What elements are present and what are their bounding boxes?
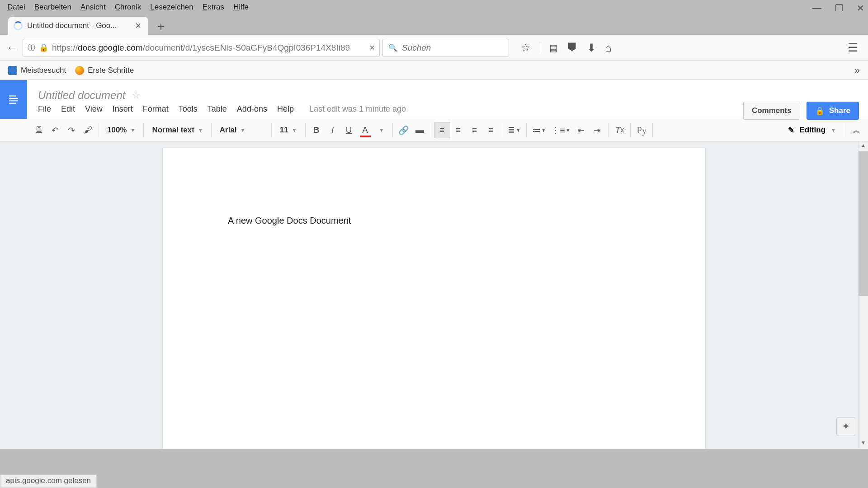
menu-insert[interactable]: Insert — [113, 104, 133, 114]
input-tools-icon[interactable]: Py — [633, 122, 650, 138]
align-right-icon[interactable]: ≡ — [467, 122, 483, 138]
separator — [845, 123, 845, 137]
menu-format[interactable]: Format — [143, 104, 169, 114]
bulleted-list-icon[interactable]: ⋮≡▼ — [548, 122, 573, 138]
comments-button[interactable]: Comments — [743, 102, 800, 120]
star-icon[interactable]: ☆ — [132, 89, 141, 101]
menu-view[interactable]: View — [85, 104, 103, 114]
window-controls: — ❐ ✕ — [812, 3, 864, 14]
clear-formatting-icon[interactable]: Tx — [611, 122, 627, 138]
editing-label: Editing — [800, 126, 826, 135]
share-button[interactable]: 🔒 Share — [807, 102, 859, 120]
library-icon[interactable]: ▤ — [549, 42, 558, 53]
os-menu-bearbeiten[interactable]: Bearbeiten — [30, 1, 76, 14]
os-menu-chronik[interactable]: Chronik — [110, 1, 146, 14]
menu-edit[interactable]: Edit — [61, 104, 75, 114]
line-spacing-icon[interactable]: ≣▼ — [505, 122, 524, 138]
separator — [652, 123, 653, 137]
paragraph-style-selector[interactable]: Normal text▼ — [146, 126, 208, 135]
info-icon[interactable]: ⓘ — [28, 42, 35, 53]
os-menu-lesezeichen[interactable]: Lesezeichen — [146, 1, 198, 14]
menu-tools[interactable]: Tools — [179, 104, 198, 114]
vertical-scrollbar[interactable]: ▴ ▾ — [858, 141, 868, 449]
insert-link-icon[interactable]: 🔗 — [396, 122, 412, 138]
bookmark-meistbesucht[interactable]: Meistbesucht — [4, 64, 71, 77]
print-icon[interactable]: 🖶 — [31, 122, 47, 138]
close-window-icon[interactable]: ✕ — [857, 3, 864, 14]
editing-mode-selector[interactable]: ✎ Editing ▼ — [782, 126, 843, 135]
docs-toolbar: 🖶 ↶ ↷ 🖌 100%▼ Normal text▼ Arial▼ 11▼ B … — [0, 119, 868, 141]
scroll-track[interactable] — [859, 151, 868, 439]
bookmarks-bar: Meistbesucht Erste Schritte » — [0, 61, 868, 80]
url-bar[interactable]: ⓘ 🔒 https://docs.google.com/document/d/1… — [23, 39, 380, 57]
bookmark-star-icon[interactable]: ☆ — [521, 42, 531, 54]
scroll-thumb[interactable] — [859, 151, 868, 296]
separator — [540, 42, 540, 54]
pencil-icon: ✎ — [788, 126, 794, 135]
align-justify-icon[interactable]: ≡ — [483, 122, 499, 138]
decrease-indent-icon[interactable]: ⇤ — [573, 122, 589, 138]
tab-close-icon[interactable]: × — [133, 20, 143, 32]
home-icon[interactable]: ⌂ — [605, 42, 612, 54]
url-path: /document/d/1yscsENls-S0aGFyB4QgpI036P14… — [143, 43, 350, 52]
increase-indent-icon[interactable]: ⇥ — [589, 122, 605, 138]
browser-menu-icon[interactable]: ☰ — [842, 41, 863, 55]
font-size-selector[interactable]: 11▼ — [274, 126, 302, 135]
browser-tab[interactable]: Untitled document - Goo... × — [8, 17, 148, 35]
menu-file[interactable]: File — [38, 104, 51, 114]
separator — [526, 123, 527, 137]
search-input[interactable] — [402, 43, 503, 53]
document-page[interactable]: A new Google Docs Document — [163, 148, 705, 449]
google-docs-app: Untitled document ☆ File Edit View Inser… — [0, 80, 868, 449]
pocket-icon[interactable]: ⛊ — [567, 42, 578, 54]
text-color-caret[interactable]: ▼ — [373, 122, 390, 138]
paint-format-icon[interactable]: 🖌 — [80, 122, 96, 138]
clear-url-icon[interactable]: × — [369, 42, 375, 53]
explore-button[interactable]: ✦ — [836, 417, 855, 436]
menu-addons[interactable]: Add-ons — [237, 104, 267, 114]
zoom-selector[interactable]: 100%▼ — [102, 126, 141, 135]
font-selector[interactable]: Arial▼ — [214, 126, 269, 135]
os-menu-ansicht[interactable]: Ansicht — [76, 1, 110, 14]
underline-icon[interactable]: U — [341, 122, 357, 138]
separator — [143, 123, 144, 137]
document-title[interactable]: Untitled document — [38, 89, 125, 102]
undo-icon[interactable]: ↶ — [47, 122, 63, 138]
browser-search-box[interactable]: 🔍 — [382, 39, 509, 57]
insert-comment-icon[interactable]: ▬ — [412, 122, 428, 138]
docs-logo[interactable] — [0, 80, 27, 119]
bold-icon[interactable]: B — [308, 122, 325, 138]
nav-icon-group: ☆ ▤ ⛊ ⬇ ⌂ — [521, 42, 612, 54]
loading-spinner-icon — [14, 21, 23, 30]
separator — [431, 123, 431, 137]
align-center-icon[interactable]: ≡ — [450, 122, 467, 138]
scroll-up-icon[interactable]: ▴ — [859, 141, 868, 151]
url-text: https://docs.google.com/document/d/1yscs… — [52, 43, 366, 53]
zoom-value: 100% — [107, 126, 127, 135]
maximize-icon[interactable]: ❐ — [835, 3, 843, 14]
menu-help[interactable]: Help — [277, 104, 294, 114]
bookmark-icon — [8, 66, 17, 75]
style-value: Normal text — [152, 126, 194, 135]
bookmark-erste-schritte[interactable]: Erste Schritte — [71, 64, 138, 77]
back-button[interactable]: ← — [5, 40, 20, 56]
os-menu-hilfe[interactable]: Hilfe — [229, 1, 253, 14]
scroll-down-icon[interactable]: ▾ — [859, 439, 868, 449]
minimize-icon[interactable]: — — [812, 3, 821, 14]
docs-menu-bar: File Edit View Insert Format Tools Table… — [38, 104, 861, 114]
numbered-list-icon[interactable]: ≔▼ — [529, 122, 549, 138]
downloads-icon[interactable]: ⬇ — [587, 42, 596, 54]
os-menu-extras[interactable]: Extras — [198, 1, 229, 14]
new-tab-button[interactable]: + — [153, 19, 169, 35]
redo-icon[interactable]: ↷ — [63, 122, 80, 138]
menu-table[interactable]: Table — [208, 104, 227, 114]
share-label: Share — [829, 106, 850, 115]
text-color-icon[interactable]: A — [357, 122, 373, 138]
italic-icon[interactable]: I — [325, 122, 341, 138]
bookmark-label: Meistbesucht — [21, 66, 66, 75]
align-left-icon[interactable]: ≡ — [434, 122, 450, 138]
tab-strip: Untitled document - Goo... × + — [0, 14, 868, 35]
bookmarks-overflow-icon[interactable]: » — [850, 65, 864, 76]
hide-menus-icon[interactable]: ︽ — [848, 122, 864, 138]
os-menu-datei[interactable]: Datei — [3, 1, 30, 14]
